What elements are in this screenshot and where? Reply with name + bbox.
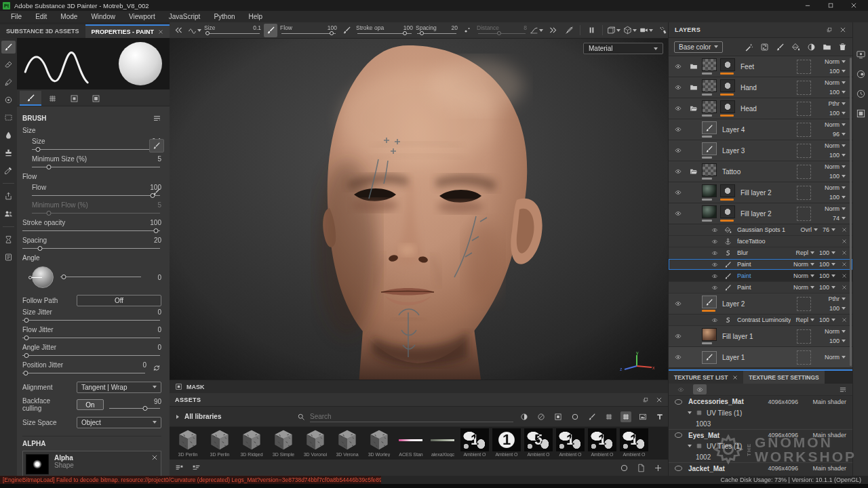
slider-value[interactable]: 20	[154, 237, 161, 245]
angle-value[interactable]: 0	[148, 274, 161, 281]
opacity-value[interactable]: 100	[829, 89, 840, 96]
tab-properties-paint[interactable]: PROPERTIES - PAINT	[85, 24, 170, 38]
shading-mode-dropdown[interactable]: Material	[583, 43, 663, 54]
fill-layer-thumbnail[interactable]	[702, 205, 717, 218]
visibility-eye-icon[interactable]	[673, 63, 683, 70]
remove-effect-icon[interactable]	[842, 262, 847, 267]
geometry-mode-button[interactable]	[623, 24, 637, 37]
texture-set-visibility-icon[interactable]	[675, 466, 682, 471]
angle-jitter-slider[interactable]: Angle Jitter0	[22, 344, 161, 359]
paint-layer-thumbnail[interactable]	[702, 296, 717, 308]
follow-path-toggle[interactable]: Off	[77, 295, 161, 306]
toolbar-size-slider[interactable]: Size0.1	[204, 23, 261, 38]
eraser-tool-button[interactable]	[1, 58, 16, 71]
anchor-target-box[interactable]	[797, 329, 811, 344]
minimum-size-slider[interactable]: Minimum Size (%)5	[22, 155, 161, 171]
effect-name[interactable]: Paint	[737, 261, 789, 268]
anchor-target-box[interactable]	[797, 186, 811, 200]
layer-name[interactable]: Fill layer 2	[741, 189, 797, 197]
menu-javascript[interactable]: JavaScript	[162, 13, 208, 20]
udim-tile-row[interactable]: 1003	[669, 418, 852, 429]
flow-pressure-toggle[interactable]	[149, 185, 164, 199]
tab-substance-3d-assets[interactable]: SUBSTANCE 3D ASSETS	[0, 24, 85, 38]
flow-pressure-toggle[interactable]	[340, 24, 353, 37]
layer-row-layer2[interactable]: Layer 2 Pthr100	[669, 293, 852, 314]
remove-effect-icon[interactable]	[842, 317, 847, 323]
blend-mode[interactable]: Norm	[825, 79, 840, 86]
layer-row-layer1[interactable]: Layer 1 Norm	[669, 347, 852, 368]
layer-name[interactable]: Layer 2	[722, 300, 797, 308]
close-icon[interactable]	[732, 375, 738, 380]
visibility-eye-icon[interactable]	[673, 189, 683, 196]
effect-row-blur[interactable]: Blur Repl 100	[669, 247, 852, 259]
visibility-eye-icon[interactable]	[673, 126, 683, 133]
effect-row-paint-1[interactable]: Paint Norm 100	[669, 259, 852, 270]
folder-icon[interactable]	[689, 83, 698, 92]
preset-options-icon[interactable]	[153, 114, 161, 123]
asset-thumbnail[interactable]: 3D Perlin	[172, 428, 203, 457]
opacity-value[interactable]: 100	[819, 272, 829, 279]
library-selector[interactable]: All libraries	[176, 413, 292, 420]
slider-value[interactable]: 100	[150, 219, 161, 228]
visibility-eye-icon[interactable]	[673, 168, 683, 175]
polygon-fill-tool-button[interactable]	[1, 111, 16, 124]
layer-row-hand[interactable]: Hand Norm100	[669, 77, 852, 98]
anchor-target-box[interactable]	[797, 350, 811, 365]
size-space-dropdown[interactable]: Object	[77, 417, 161, 428]
filter-smart-masks-icon[interactable]	[553, 411, 564, 422]
float-panel-icon[interactable]	[642, 396, 649, 403]
menu-mode[interactable]: Mode	[54, 13, 84, 20]
effect-name[interactable]: Contrast Luminosity	[737, 317, 791, 323]
layer-row-tattoo[interactable]: Tattoo Norm100	[669, 161, 852, 182]
mask-thumbnail[interactable]	[720, 100, 735, 113]
opacity-value[interactable]: 100	[819, 249, 829, 256]
particle-tool-button[interactable]	[1, 94, 16, 106]
lazy-mouse-button[interactable]	[562, 24, 576, 37]
effect-row-paint-2-selected[interactable]: Paint Norm 100	[669, 270, 852, 282]
slider-value[interactable]: 100	[328, 24, 337, 31]
close-icon[interactable]	[158, 29, 163, 35]
effect-row-paint-3[interactable]: Paint Norm 100	[669, 282, 852, 293]
search-input[interactable]	[310, 411, 513, 422]
anchor-target-box[interactable]	[797, 207, 811, 221]
effect-row-facetattoo[interactable]: faceTattoo	[669, 236, 852, 247]
tab-texture-set-list[interactable]: TEXTURE SET LIST	[669, 371, 743, 384]
filter-filters-icon[interactable]	[570, 411, 580, 422]
visibility-eye-icon[interactable]	[673, 105, 683, 112]
texture-set-row-accessories[interactable]: Accessories_Mat 4096x4096 Main shader	[669, 396, 852, 407]
fill-layer-thumbnail[interactable]	[702, 184, 717, 197]
layer-name[interactable]: Layer 3	[722, 147, 797, 155]
texture-set-visibility-icon[interactable]	[675, 432, 682, 438]
paint-layer-thumbnail[interactable]	[702, 121, 717, 134]
filter-alphas-icon[interactable]	[604, 411, 614, 422]
size-jitter-slider[interactable]: Size Jitter0	[22, 308, 161, 324]
menu-file[interactable]: File	[4, 13, 28, 20]
show-all-texture-sets-button[interactable]	[693, 384, 707, 394]
layer-thumbnail[interactable]	[702, 79, 717, 92]
collapse-toolbar-button[interactable]	[172, 24, 185, 37]
remove-effect-icon[interactable]	[842, 273, 847, 279]
blend-mode[interactable]: Norm	[825, 184, 840, 191]
new-resource-icon[interactable]	[637, 464, 646, 472]
display-settings-icon[interactable]	[856, 49, 866, 60]
asset-thumbnail[interactable]: 3D Perlin	[204, 428, 235, 457]
layer-name[interactable]: Head	[741, 105, 797, 113]
filter-materials-icon[interactable]	[519, 411, 530, 422]
minimize-button[interactable]	[796, 0, 819, 11]
mask-thumbnail[interactable]	[720, 205, 735, 218]
pause-engine-button[interactable]	[585, 24, 598, 37]
asset-thumbnail[interactable]: 3D Voronoi	[300, 428, 331, 457]
opacity-value[interactable]: 100	[819, 317, 829, 323]
anchor-target-box[interactable]	[797, 81, 811, 95]
scatter-toggle[interactable]	[460, 24, 474, 37]
udim-tile-row[interactable]: 1002	[669, 451, 852, 462]
tab-material[interactable]	[41, 91, 63, 106]
import-resources-icon[interactable]	[654, 464, 663, 472]
layer-name[interactable]: Fill layer 2	[741, 210, 797, 218]
close-icon[interactable]	[840, 26, 846, 33]
layer-row-fill-layer2b[interactable]: Fill layer 2 Norm74	[669, 203, 852, 224]
visibility-eye-icon[interactable]	[673, 84, 683, 91]
effect-row-contrast-luminosity[interactable]: Contrast Luminosity Repl 100	[669, 314, 852, 326]
slider-value[interactable]: 0	[157, 326, 161, 335]
camera-mode-button[interactable]	[639, 24, 653, 37]
